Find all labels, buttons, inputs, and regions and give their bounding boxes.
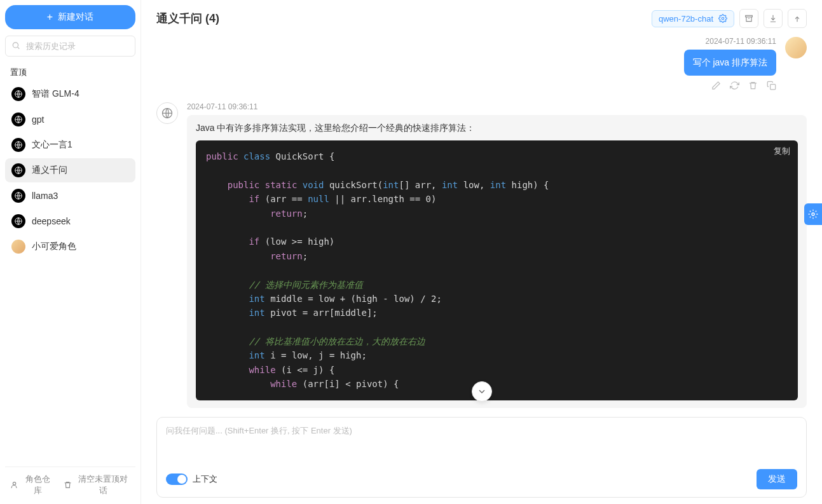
sidebar-item[interactable]: 文心一言1 (5, 133, 135, 157)
message-input[interactable] (166, 425, 797, 462)
openai-icon (11, 163, 25, 177)
context-toggle[interactable] (166, 473, 188, 485)
plus-icon: + (47, 11, 53, 23)
new-chat-label: 新建对话 (58, 11, 93, 23)
code-content: public class QuickSort { public static v… (196, 140, 798, 400)
openai-icon (161, 107, 174, 119)
code-block: 复制 public class QuickSort { public stati… (196, 140, 798, 400)
search-box (5, 36, 135, 57)
svg-point-9 (722, 17, 724, 20)
assistant-intro: Java 中有许多排序算法实现，这里给您介绍一个经典的快速排序算法： (196, 123, 798, 134)
trash-icon (64, 480, 72, 489)
sidebar-item[interactable]: llama3 (5, 184, 135, 208)
message-bubble: Java 中有许多排序算法实现，这里给您介绍一个经典的快速排序算法： 复制 pu… (187, 115, 807, 408)
openai-icon (11, 112, 25, 126)
sidebar-item-label: gpt (32, 114, 44, 125)
svg-line-1 (18, 47, 20, 49)
sidebar: + 新建对话 置顶 智谱 GLM-4gpt文心一言1通义千问llama3deep… (0, 0, 141, 504)
archive-icon (744, 14, 753, 23)
messages[interactable]: 2024-07-11 09:36:11 写个 java 排序算法 20 (141, 37, 822, 417)
upload-button[interactable] (788, 9, 807, 28)
clear-label: 清空未置顶对话 (76, 473, 130, 496)
openai-icon (11, 138, 25, 152)
model-label: qwen-72b-chat (659, 14, 713, 24)
sidebar-item[interactable]: 通义千问 (5, 158, 135, 182)
sidebar-item[interactable]: deepseek (5, 209, 135, 233)
character-avatar-icon (11, 240, 25, 254)
copy-icon (767, 81, 776, 90)
chevron-down-icon (477, 386, 487, 397)
context-label: 上下文 (193, 473, 217, 485)
svg-point-8 (13, 482, 15, 485)
trash-icon (748, 81, 758, 90)
header-actions: qwen-72b-chat (652, 9, 807, 28)
clear-button[interactable]: 清空未置顶对话 (64, 473, 130, 496)
svg-rect-10 (746, 15, 753, 17)
message-bubble: 写个 java 排序算法 (684, 50, 776, 76)
search-icon (11, 41, 20, 51)
chat-list: 智谱 GLM-4gpt文心一言1通义千问llama3deepseek小可爱角色 (5, 82, 135, 467)
openai-icon (11, 87, 25, 101)
message-assistant: 2024-07-11 09:36:11 Java 中有许多排序算法实现，这里给您… (156, 102, 807, 408)
edit-button[interactable] (711, 81, 721, 92)
sidebar-item[interactable]: 智谱 GLM-4 (5, 82, 135, 106)
svg-point-0 (13, 42, 18, 47)
svg-rect-11 (771, 85, 776, 90)
download-icon (769, 14, 777, 23)
input-area: 上下文 发送 (156, 417, 807, 498)
download-button[interactable] (764, 9, 783, 28)
main: 通义千问 (4) qwen-72b-chat (141, 0, 822, 504)
roles-label: 角色仓库 (22, 473, 53, 496)
openai-icon (11, 189, 25, 203)
sidebar-footer: 角色仓库 清空未置顶对话 (5, 467, 135, 499)
new-chat-button[interactable]: + 新建对话 (5, 5, 135, 29)
message-time: 2024-07-11 09:36:11 (706, 37, 776, 46)
copy-button[interactable] (767, 81, 776, 92)
sidebar-item[interactable]: 小可爱角色 (5, 235, 135, 259)
message-user: 2024-07-11 09:36:11 写个 java 排序算法 (156, 37, 807, 92)
edit-icon (711, 81, 721, 90)
sidebar-item-label: 文心一言1 (32, 139, 72, 151)
message-actions (711, 81, 776, 92)
header: 通义千问 (4) qwen-72b-chat (141, 0, 822, 37)
sidebar-item-label: deepseek (32, 216, 71, 226)
code-copy-button[interactable]: 复制 (774, 146, 790, 157)
roles-button[interactable]: 角色仓库 (10, 473, 53, 496)
delete-button[interactable] (748, 81, 758, 92)
search-input[interactable] (5, 36, 135, 57)
sidebar-item[interactable]: gpt (5, 107, 135, 132)
message-time: 2024-07-11 09:36:11 (187, 102, 807, 111)
assistant-avatar (156, 102, 178, 124)
openai-icon (11, 214, 25, 228)
sidebar-item-label: llama3 (32, 191, 58, 201)
scroll-down-button[interactable] (472, 381, 492, 402)
sidebar-item-label: 通义千问 (32, 165, 67, 176)
page-title: 通义千问 (4) (156, 11, 219, 26)
pinned-label: 置顶 (5, 63, 135, 82)
archive-button[interactable] (739, 9, 758, 28)
upload-icon (793, 14, 802, 23)
model-selector[interactable]: qwen-72b-chat (652, 10, 734, 27)
user-avatar (785, 37, 807, 58)
sidebar-item-label: 小可爱角色 (32, 241, 76, 252)
svg-point-13 (812, 213, 814, 215)
refresh-icon (730, 81, 739, 90)
retry-button[interactable] (730, 81, 739, 92)
sidebar-item-label: 智谱 GLM-4 (32, 88, 79, 100)
send-button[interactable]: 发送 (757, 469, 797, 489)
user-icon (10, 480, 18, 489)
settings-fab[interactable] (804, 203, 822, 225)
gear-icon (808, 209, 818, 219)
context-toggle-group: 上下文 (166, 473, 217, 485)
gear-icon (718, 14, 727, 23)
